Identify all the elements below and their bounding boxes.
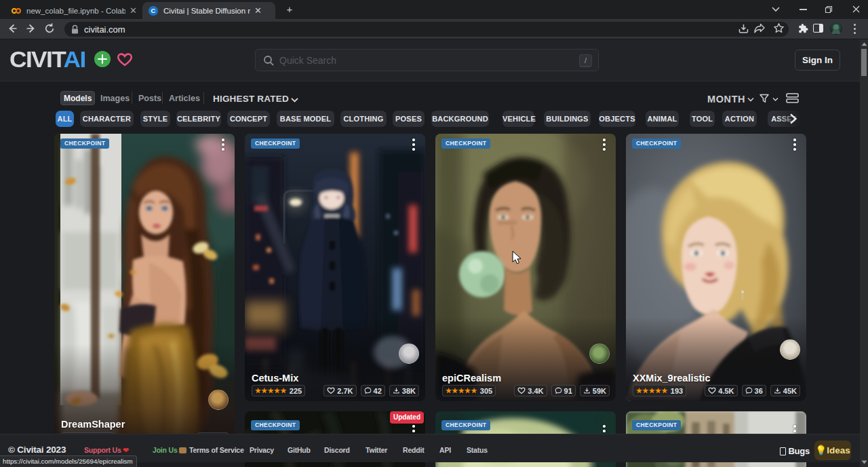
svg-text:C: C [151, 7, 156, 14]
